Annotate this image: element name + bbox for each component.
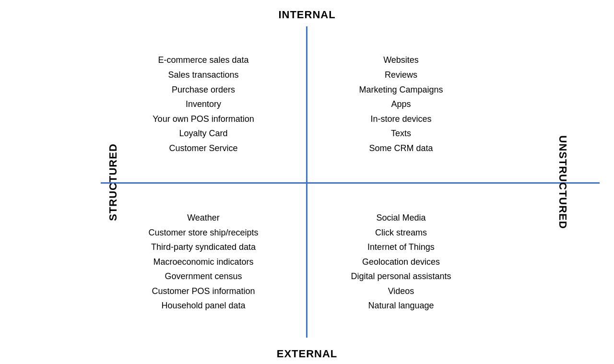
list-item: Household panel data — [161, 298, 245, 313]
list-item: Your own POS information — [153, 112, 254, 127]
quadrant-bottom-right: Social MediaClick streamsInternet of Thi… — [307, 184, 495, 340]
list-item: Marketing Campaigns — [359, 82, 443, 97]
label-unstructured: UNSTRUCTURED — [556, 135, 568, 229]
list-item: Websites — [383, 53, 419, 68]
label-internal: INTERNAL — [278, 9, 335, 21]
list-item: Customer Service — [169, 141, 237, 156]
list-item: Purchase orders — [172, 82, 235, 97]
list-item: Customer store ship/receipts — [148, 225, 258, 240]
list-item: Reviews — [385, 68, 417, 82]
list-item: Social Media — [376, 211, 425, 225]
list-item: In-store devices — [370, 112, 431, 127]
list-item: Sales transactions — [168, 68, 238, 82]
list-item: Click streams — [375, 225, 427, 240]
quadrant-top-right: WebsitesReviewsMarketing CampaignsAppsIn… — [307, 26, 495, 182]
label-external: EXTERNAL — [277, 348, 338, 360]
list-item: Customer POS information — [152, 284, 255, 299]
list-item: E-commerce sales data — [158, 53, 248, 68]
list-item: Digital personal assistants — [351, 269, 451, 284]
list-item: Loyalty Card — [179, 126, 227, 141]
list-item: Third-party syndicated data — [151, 240, 256, 255]
list-item: Government census — [165, 269, 242, 284]
quadrant-top-left: E-commerce sales dataSales transactionsP… — [101, 26, 306, 182]
list-item: Internet of Things — [367, 240, 435, 255]
list-item: Some CRM data — [369, 141, 433, 156]
list-item: Geolocation devices — [362, 255, 440, 270]
list-item: Natural language — [368, 298, 434, 313]
quadrant-bottom-left: WeatherCustomer store ship/receiptsThird… — [101, 184, 306, 340]
chart-container: INTERNAL EXTERNAL STRUCTURED UNSTRUCTURE… — [0, 0, 614, 364]
list-item: Macroeconomic indicators — [153, 255, 253, 270]
list-item: Inventory — [186, 97, 221, 112]
list-item: Weather — [187, 211, 220, 225]
list-item: Texts — [391, 126, 411, 141]
list-item: Apps — [391, 97, 411, 112]
list-item: Videos — [388, 284, 414, 299]
